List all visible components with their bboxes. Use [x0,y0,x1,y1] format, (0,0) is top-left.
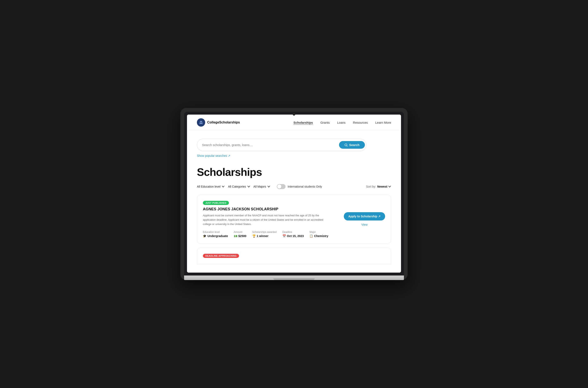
education-icon: 🎓 [203,234,206,238]
logo-area: CollegeScholarships [197,118,240,127]
svg-rect-5 [201,121,201,123]
international-label: International students Only [288,185,322,188]
view-link[interactable]: View [361,223,368,226]
sort-label: Sort by: [366,185,376,188]
screen-bezel: CollegeScholarships Scholarships Grants … [184,112,404,275]
majors-filter[interactable]: All Majors [254,185,270,188]
meta-deadline: Deadline 📅 Oct 15, 2023 [283,231,304,238]
card-right: Apply to Scholarship ↗ View [344,201,385,238]
chevron-down-icon [267,185,270,188]
chevron-down-icon [388,185,391,188]
nav-links: Scholarships Grants Loans Resources Lear… [293,121,391,124]
camera-notch [293,113,295,116]
logo-name: CollegeScholarships [207,121,240,124]
trophy-icon: 🏆 [252,234,256,238]
svg-rect-6 [202,121,202,123]
categories-filter[interactable]: All Categories [228,185,250,188]
deadline-value: 📅 Oct 15, 2023 [283,234,304,238]
major-icon: 📋 [309,234,313,238]
search-bar: Search [197,139,366,151]
logo-icon [197,118,205,127]
sort-section: Sort by: Newest [366,185,391,188]
scholarship-badge: JUST PUBLISHED [203,201,229,205]
education-level-value: 🎓 Undergraduate [203,234,228,238]
meta-major: Major 📋 Chemistry [309,231,328,238]
amount-value: 💵 $2500 [234,234,246,238]
navbar: CollegeScholarships Scholarships Grants … [187,115,401,130]
page-title: Scholarships [197,166,391,178]
international-toggle[interactable] [277,184,285,189]
scholarship-card: JUST PUBLISHED AGNES JONES JACKSON SCHOL… [197,195,391,243]
nav-loans[interactable]: Loans [337,121,346,124]
screen: CollegeScholarships Scholarships Grants … [187,115,401,272]
main-content: Search Show popular searches ↗ Scholarsh… [187,130,401,272]
sort-dropdown[interactable]: Newest [377,185,391,188]
toggle-knob [277,185,282,189]
chevron-down-icon [222,185,225,188]
laptop-frame: CollegeScholarships Scholarships Grants … [180,108,408,280]
apply-button[interactable]: Apply to Scholarship ↗ [344,212,385,220]
meta-amount: Amount 💵 $2500 [234,231,246,238]
international-toggle-group: International students Only [277,184,322,189]
search-icon [344,143,348,147]
svg-line-8 [347,146,347,146]
education-level-filter[interactable]: All Education level [197,185,225,188]
amount-icon: 💵 [234,234,237,238]
meta-education-level: Education level 🎓 Undergraduate [203,231,228,238]
scholarship-badge-2: DEADLINE APPROACHING [203,254,239,258]
svg-rect-4 [200,121,200,123]
scholarship-description: Applicant must be current member of the … [203,214,331,226]
meta-awarded: Scholarships awarded 🏆 1 winner [252,231,277,238]
nav-scholarships[interactable]: Scholarships [293,121,313,124]
scholarship-card-partial: DEADLINE APPROACHING [197,248,391,264]
card-left: JUST PUBLISHED AGNES JONES JACKSON SCHOL… [203,201,339,238]
popular-searches-link[interactable]: Show popular searches ↗ [197,154,230,157]
scholarship-meta: Education level 🎓 Undergraduate Amount 💵 [203,231,339,238]
laptop-base [184,275,404,280]
svg-rect-1 [199,123,203,124]
search-input[interactable] [202,143,339,147]
search-section: Search Show popular searches ↗ [197,139,391,158]
nav-grants[interactable]: Grants [320,121,330,124]
sort-value-label: Newest [377,185,387,188]
filters-row: All Education level All Categories All M… [197,184,391,189]
nav-learn-more[interactable]: Learn More [375,121,391,124]
scholarship-title: AGNES JONES JACKSON SCHOLARSHIP [203,207,339,211]
calendar-icon: 📅 [283,234,286,238]
major-value: 📋 Chemistry [309,234,328,238]
chevron-down-icon [247,185,250,188]
awarded-value: 🏆 1 winner [252,234,277,238]
search-button[interactable]: Search [339,141,365,149]
nav-resources[interactable]: Resources [353,121,368,124]
